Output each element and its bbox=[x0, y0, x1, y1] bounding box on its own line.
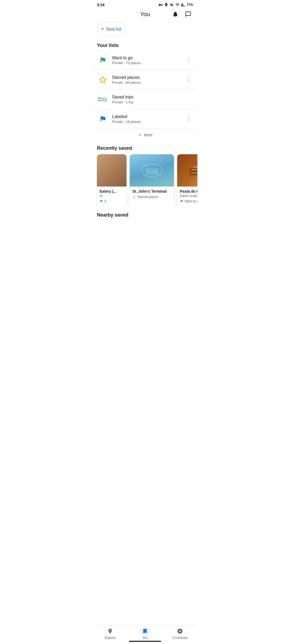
labeled-more-button[interactable]: ⋮ bbox=[184, 115, 193, 123]
want-to-go-info: Want to go Private · 73 places bbox=[112, 56, 184, 65]
pasta-image: Pasta de Pasta bbox=[177, 154, 197, 186]
key-icon bbox=[158, 3, 163, 7]
svg-rect-1 bbox=[98, 98, 102, 101]
want-to-go-pasta-icon bbox=[180, 200, 183, 203]
labeled-icon bbox=[97, 113, 109, 125]
eatery-body: Eatery (... nt o bbox=[97, 186, 126, 206]
stjohns-name: St. John's Terminal bbox=[132, 189, 171, 193]
want-to-go-meta: Private · 73 places bbox=[112, 61, 184, 65]
svg-marker-0 bbox=[100, 76, 106, 82]
header: You bbox=[93, 8, 197, 22]
svg-point-7 bbox=[103, 101, 104, 101]
place-card-stjohns[interactable]: St. John's Terminal Starred places bbox=[130, 154, 174, 206]
stjohns-list: Starred places bbox=[132, 195, 171, 199]
building-sketch bbox=[141, 160, 163, 181]
pasta-list: Want to go bbox=[180, 199, 197, 203]
saved-trips-info: Saved trips Private · 1 trip bbox=[112, 95, 193, 104]
recently-saved-title: Recently saved bbox=[93, 145, 197, 154]
battery-indicator: 77% bbox=[187, 3, 193, 7]
your-lists-title: Your lists bbox=[93, 38, 197, 50]
label-flag-icon bbox=[99, 115, 107, 123]
svg-text:Pasta de Pasta: Pasta de Pasta bbox=[193, 166, 197, 168]
saved-trips-meta: Private · 1 trip bbox=[112, 100, 193, 104]
pasta-type: Italian restaurant bbox=[180, 194, 197, 198]
location-status-icon bbox=[164, 3, 168, 7]
star-icon bbox=[99, 76, 107, 83]
starred-icon bbox=[97, 74, 109, 86]
more-button[interactable]: More bbox=[93, 129, 197, 141]
status-bar: 3:14 77% bbox=[93, 0, 197, 8]
pasta-body: Pasta de Pasta Italian restaurant Want t… bbox=[177, 186, 197, 206]
stjohns-body: St. John's Terminal Starred places bbox=[130, 186, 174, 202]
svg-rect-15 bbox=[191, 169, 198, 170]
page-title: You bbox=[140, 11, 150, 18]
new-list-button[interactable]: + New list bbox=[97, 22, 125, 36]
eatery-type: nt bbox=[100, 194, 124, 198]
nearby-saved-section: Nearby saved bbox=[93, 208, 197, 219]
status-icons: 77% bbox=[158, 3, 193, 7]
list-item-labeled[interactable]: Labeled Private · 18 places ⋮ bbox=[93, 109, 197, 129]
labeled-name: Labeled bbox=[112, 114, 184, 119]
message-icon bbox=[185, 11, 191, 17]
notifications-button[interactable] bbox=[171, 9, 180, 19]
svg-point-8 bbox=[105, 101, 106, 101]
star-card-icon bbox=[132, 195, 136, 199]
want-to-go-card-icon bbox=[100, 200, 103, 203]
svg-point-6 bbox=[100, 101, 101, 101]
saved-trips-name: Saved trips bbox=[112, 95, 193, 100]
place-card-eatery[interactable]: Eatery (... nt o bbox=[97, 154, 126, 206]
svg-rect-16 bbox=[191, 171, 198, 172]
time: 3:14 bbox=[97, 3, 104, 7]
svg-point-5 bbox=[99, 101, 99, 101]
list-item-starred[interactable]: Starred places Private · 88 places ⋮ bbox=[93, 70, 197, 90]
wifi-icon bbox=[175, 3, 180, 7]
stjohns-image bbox=[130, 154, 174, 186]
recently-saved-section: Recently saved Eatery (... nt o bbox=[93, 141, 197, 208]
mute-icon bbox=[170, 3, 174, 7]
eatery-list: o bbox=[100, 199, 124, 203]
starred-info: Starred places Private · 88 places bbox=[112, 75, 184, 85]
list-item-saved-trips[interactable]: Saved trips Private · 1 trip bbox=[93, 90, 197, 109]
flag-green-icon bbox=[99, 56, 107, 64]
labeled-meta: Private · 18 places bbox=[112, 120, 184, 124]
bell-icon bbox=[172, 11, 179, 17]
more-label: More bbox=[144, 133, 153, 137]
nearby-saved-title: Nearby saved bbox=[93, 208, 197, 219]
svg-rect-17 bbox=[191, 172, 198, 173]
new-list-label: New list bbox=[106, 27, 121, 32]
signal-icon bbox=[181, 3, 185, 7]
trips-combined-icon bbox=[98, 96, 108, 103]
recently-saved-cards: Eatery (... nt o bbox=[93, 154, 197, 206]
starred-name: Starred places bbox=[112, 75, 184, 80]
svg-marker-13 bbox=[133, 196, 136, 198]
chevron-down-icon bbox=[137, 133, 142, 137]
your-lists-section: Your lists Want to go Private · 73 place… bbox=[93, 38, 197, 141]
labeled-info: Labeled Private · 18 places bbox=[112, 114, 184, 124]
eatery-list-name: o bbox=[104, 199, 106, 203]
starred-meta: Private · 88 places bbox=[112, 80, 184, 85]
want-to-go-icon bbox=[97, 54, 109, 66]
want-to-go-more-button[interactable]: ⋮ bbox=[184, 56, 193, 64]
list-item-want-to-go[interactable]: Want to go Private · 73 places ⋮ bbox=[93, 50, 197, 70]
eatery-name: Eatery (... bbox=[100, 189, 124, 193]
place-card-pasta[interactable]: Pasta de Pasta Pasta de Pasta Italian re… bbox=[177, 154, 197, 206]
eatery-image bbox=[97, 154, 126, 186]
storefront-sketch: Pasta de Pasta bbox=[187, 162, 198, 178]
starred-more-button[interactable]: ⋮ bbox=[184, 75, 193, 84]
want-to-go-name: Want to go bbox=[112, 56, 184, 60]
trips-icon bbox=[97, 93, 109, 105]
plus-icon: + bbox=[101, 26, 104, 32]
messages-button[interactable] bbox=[183, 9, 193, 19]
header-actions bbox=[171, 9, 193, 19]
stjohns-list-name: Starred places bbox=[137, 195, 158, 199]
pasta-list-name: Want to go bbox=[185, 199, 197, 203]
pasta-name: Pasta de Pasta bbox=[180, 189, 197, 193]
